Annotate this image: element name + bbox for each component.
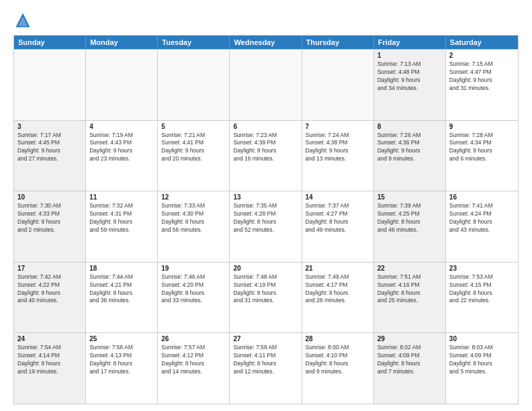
calendar-cell: 5Sunrise: 7:21 AM Sunset: 4:41 PM Daylig… xyxy=(158,121,230,191)
header xyxy=(13,11,519,30)
day-number: 9 xyxy=(449,123,515,130)
day-info: Sunrise: 7:13 AM Sunset: 4:48 PM Dayligh… xyxy=(378,60,442,93)
day-info: Sunrise: 7:17 AM Sunset: 4:45 PM Dayligh… xyxy=(17,132,82,164)
calendar-cell: 12Sunrise: 7:33 AM Sunset: 4:30 PM Dayli… xyxy=(158,191,230,262)
day-number: 22 xyxy=(378,265,442,272)
day-info: Sunrise: 7:56 AM Sunset: 4:13 PM Dayligh… xyxy=(89,344,154,376)
calendar-cell: 18Sunrise: 7:44 AM Sunset: 4:21 PM Dayli… xyxy=(86,263,158,333)
weekday-header: Thursday xyxy=(302,36,374,49)
calendar-cell: 16Sunrise: 7:41 AM Sunset: 4:24 PM Dayli… xyxy=(446,191,518,262)
day-info: Sunrise: 7:44 AM Sunset: 4:21 PM Dayligh… xyxy=(89,273,154,306)
day-number: 30 xyxy=(449,335,515,342)
calendar-row: 3Sunrise: 7:17 AM Sunset: 4:45 PM Daylig… xyxy=(14,120,518,191)
day-info: Sunrise: 7:23 AM Sunset: 4:39 PM Dayligh… xyxy=(233,132,298,164)
weekday-header: Monday xyxy=(86,36,158,49)
day-info: Sunrise: 8:02 AM Sunset: 4:09 PM Dayligh… xyxy=(378,344,442,376)
calendar-cell: 27Sunrise: 7:59 AM Sunset: 4:11 PM Dayli… xyxy=(230,333,302,404)
day-number: 6 xyxy=(233,123,298,130)
calendar: SundayMondayTuesdayWednesdayThursdayFrid… xyxy=(13,35,519,404)
day-number: 15 xyxy=(378,193,442,201)
day-info: Sunrise: 7:37 AM Sunset: 4:27 PM Dayligh… xyxy=(306,202,370,234)
calendar-cell: 22Sunrise: 7:51 AM Sunset: 4:16 PM Dayli… xyxy=(374,263,446,333)
day-number: 8 xyxy=(378,123,442,130)
day-info: Sunrise: 7:28 AM Sunset: 4:34 PM Dayligh… xyxy=(449,132,515,164)
calendar-header: SundayMondayTuesdayWednesdayThursdayFrid… xyxy=(14,36,518,49)
day-number: 28 xyxy=(306,335,370,342)
day-info: Sunrise: 7:42 AM Sunset: 4:22 PM Dayligh… xyxy=(17,273,82,306)
day-number: 21 xyxy=(306,265,370,272)
calendar-cell: 24Sunrise: 7:54 AM Sunset: 4:14 PM Dayli… xyxy=(14,333,86,404)
calendar-body: 1Sunrise: 7:13 AM Sunset: 4:48 PM Daylig… xyxy=(14,49,518,404)
day-info: Sunrise: 7:49 AM Sunset: 4:17 PM Dayligh… xyxy=(306,273,370,306)
calendar-cell: 15Sunrise: 7:39 AM Sunset: 4:25 PM Dayli… xyxy=(374,191,446,262)
day-info: Sunrise: 7:19 AM Sunset: 4:43 PM Dayligh… xyxy=(89,132,154,164)
day-info: Sunrise: 7:41 AM Sunset: 4:24 PM Dayligh… xyxy=(449,202,515,234)
calendar-cell: 3Sunrise: 7:17 AM Sunset: 4:45 PM Daylig… xyxy=(14,121,86,191)
calendar-cell: 10Sunrise: 7:30 AM Sunset: 4:33 PM Dayli… xyxy=(14,191,86,262)
day-number: 2 xyxy=(449,52,515,59)
day-number: 16 xyxy=(449,193,515,201)
day-info: Sunrise: 7:24 AM Sunset: 4:38 PM Dayligh… xyxy=(306,132,370,164)
calendar-cell: 9Sunrise: 7:28 AM Sunset: 4:34 PM Daylig… xyxy=(446,121,518,191)
calendar-cell xyxy=(302,50,374,120)
day-info: Sunrise: 8:00 AM Sunset: 4:10 PM Dayligh… xyxy=(306,344,370,376)
day-number: 17 xyxy=(17,265,82,272)
calendar-cell xyxy=(230,50,302,120)
calendar-cell xyxy=(86,50,158,120)
calendar-row: 1Sunrise: 7:13 AM Sunset: 4:48 PM Daylig… xyxy=(14,49,518,120)
calendar-cell: 6Sunrise: 7:23 AM Sunset: 4:39 PM Daylig… xyxy=(230,121,302,191)
weekday-header: Wednesday xyxy=(230,36,302,49)
day-number: 4 xyxy=(89,123,154,130)
day-number: 29 xyxy=(378,335,442,342)
day-number: 13 xyxy=(233,193,298,201)
weekday-header: Saturday xyxy=(446,36,518,49)
calendar-cell: 21Sunrise: 7:49 AM Sunset: 4:17 PM Dayli… xyxy=(302,263,374,333)
day-number: 14 xyxy=(306,193,370,201)
day-number: 1 xyxy=(378,52,442,59)
calendar-cell: 7Sunrise: 7:24 AM Sunset: 4:38 PM Daylig… xyxy=(302,121,374,191)
day-info: Sunrise: 7:26 AM Sunset: 4:36 PM Dayligh… xyxy=(378,132,442,164)
day-info: Sunrise: 7:32 AM Sunset: 4:31 PM Dayligh… xyxy=(89,202,154,234)
calendar-cell: 2Sunrise: 7:15 AM Sunset: 4:47 PM Daylig… xyxy=(446,50,518,120)
calendar-cell: 19Sunrise: 7:46 AM Sunset: 4:20 PM Dayli… xyxy=(158,263,230,333)
calendar-cell: 4Sunrise: 7:19 AM Sunset: 4:43 PM Daylig… xyxy=(86,121,158,191)
calendar-row: 24Sunrise: 7:54 AM Sunset: 4:14 PM Dayli… xyxy=(14,332,518,404)
day-number: 27 xyxy=(233,335,298,342)
day-info: Sunrise: 7:21 AM Sunset: 4:41 PM Dayligh… xyxy=(161,132,226,164)
day-number: 25 xyxy=(89,335,154,342)
logo-icon xyxy=(13,11,32,30)
day-info: Sunrise: 7:48 AM Sunset: 4:19 PM Dayligh… xyxy=(233,273,298,306)
calendar-cell xyxy=(14,50,86,120)
day-info: Sunrise: 7:51 AM Sunset: 4:16 PM Dayligh… xyxy=(378,273,442,306)
calendar-cell: 13Sunrise: 7:35 AM Sunset: 4:28 PM Dayli… xyxy=(230,191,302,262)
page: SundayMondayTuesdayWednesdayThursdayFrid… xyxy=(0,0,532,411)
day-number: 20 xyxy=(233,265,298,272)
day-info: Sunrise: 7:46 AM Sunset: 4:20 PM Dayligh… xyxy=(161,273,226,306)
day-number: 19 xyxy=(161,265,226,272)
calendar-cell: 26Sunrise: 7:57 AM Sunset: 4:12 PM Dayli… xyxy=(158,333,230,404)
day-info: Sunrise: 7:54 AM Sunset: 4:14 PM Dayligh… xyxy=(17,344,82,376)
day-number: 7 xyxy=(306,123,370,130)
day-info: Sunrise: 8:03 AM Sunset: 4:09 PM Dayligh… xyxy=(449,344,515,376)
calendar-cell: 29Sunrise: 8:02 AM Sunset: 4:09 PM Dayli… xyxy=(374,333,446,404)
day-number: 23 xyxy=(449,265,515,272)
weekday-header: Friday xyxy=(374,36,446,49)
day-info: Sunrise: 7:35 AM Sunset: 4:28 PM Dayligh… xyxy=(233,202,298,234)
day-number: 12 xyxy=(161,193,226,201)
calendar-cell: 20Sunrise: 7:48 AM Sunset: 4:19 PM Dayli… xyxy=(230,263,302,333)
calendar-cell: 11Sunrise: 7:32 AM Sunset: 4:31 PM Dayli… xyxy=(86,191,158,262)
day-number: 24 xyxy=(17,335,82,342)
calendar-cell: 14Sunrise: 7:37 AM Sunset: 4:27 PM Dayli… xyxy=(302,191,374,262)
calendar-cell: 17Sunrise: 7:42 AM Sunset: 4:22 PM Dayli… xyxy=(14,263,86,333)
day-number: 11 xyxy=(89,193,154,201)
day-info: Sunrise: 7:33 AM Sunset: 4:30 PM Dayligh… xyxy=(161,202,226,234)
calendar-cell: 28Sunrise: 8:00 AM Sunset: 4:10 PM Dayli… xyxy=(302,333,374,404)
calendar-row: 10Sunrise: 7:30 AM Sunset: 4:33 PM Dayli… xyxy=(14,191,518,262)
day-info: Sunrise: 7:39 AM Sunset: 4:25 PM Dayligh… xyxy=(378,202,442,234)
day-number: 3 xyxy=(17,123,82,130)
weekday-header: Sunday xyxy=(14,36,86,49)
day-info: Sunrise: 7:59 AM Sunset: 4:11 PM Dayligh… xyxy=(233,344,298,376)
day-number: 10 xyxy=(17,193,82,201)
day-info: Sunrise: 7:15 AM Sunset: 4:47 PM Dayligh… xyxy=(449,60,515,93)
calendar-cell: 25Sunrise: 7:56 AM Sunset: 4:13 PM Dayli… xyxy=(86,333,158,404)
